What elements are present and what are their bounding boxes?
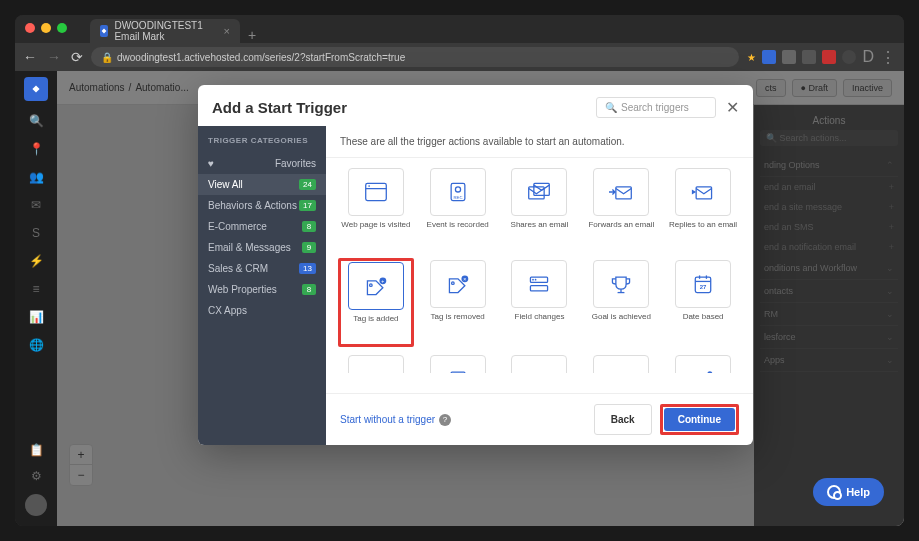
search-icon[interactable]: 🔍 — [28, 113, 44, 129]
svg-point-36 — [707, 372, 712, 374]
continue-button[interactable]: Continue — [664, 408, 735, 431]
start-without-trigger-link[interactable]: Start without a trigger ? — [340, 414, 451, 426]
svg-text:27: 27 — [700, 284, 707, 290]
lists-icon[interactable]: ≡ — [28, 281, 44, 297]
trigger-web-page[interactable]: Web page is visited — [338, 166, 414, 252]
svg-text:+: + — [381, 278, 384, 284]
help-button[interactable]: Help — [813, 478, 884, 506]
trigger-shares-email[interactable]: Shares an email — [502, 166, 578, 252]
app-sidebar: 🔍 📍 👥 ✉ S ⚡ ≡ 📊 🌐 📋 ⚙ — [15, 71, 57, 526]
svg-point-13 — [451, 282, 454, 285]
date-icon: 27 — [689, 272, 717, 296]
cart2-icon — [689, 367, 717, 373]
email-icon[interactable]: ✉ — [28, 197, 44, 213]
trigger-tag-added[interactable]: + Tag is added — [338, 258, 414, 348]
search-icon: 🔍 — [605, 102, 617, 113]
tab-close-icon[interactable]: × — [224, 25, 230, 37]
clipboard-icon[interactable]: 📋 — [28, 442, 44, 458]
trigger-partial-4[interactable] — [583, 353, 659, 373]
location-icon[interactable]: 📍 — [28, 141, 44, 157]
app-logo[interactable] — [24, 77, 48, 101]
category-cxapps[interactable]: CX Apps — [198, 300, 326, 321]
svg-point-2 — [368, 185, 370, 187]
tag-remove-icon: × — [444, 272, 472, 296]
trigger-event-recorded[interactable]: REC Event is recorded — [420, 166, 496, 252]
trigger-tag-removed[interactable]: × Tag is removed — [420, 258, 496, 348]
nav-forward-icon[interactable]: → — [47, 49, 61, 65]
trigger-field-changes[interactable]: Field changes — [502, 258, 578, 348]
rss-icon — [362, 367, 390, 373]
window-maximize[interactable] — [57, 23, 67, 33]
category-email[interactable]: Email & Messages 9 — [198, 237, 326, 258]
ext-icon-5[interactable] — [842, 50, 856, 64]
window-minimize[interactable] — [41, 23, 51, 33]
close-icon[interactable]: ✕ — [726, 98, 739, 117]
trigger-replies-email[interactable]: Replies to an email — [665, 166, 741, 252]
browser-tab[interactable]: DWOODINGTEST1 Email Mark × — [90, 19, 240, 43]
trigger-partial-2[interactable] — [420, 353, 496, 373]
cart-icon — [607, 367, 635, 373]
settings-icon[interactable]: ⚙ — [28, 468, 44, 484]
ext-icon-2[interactable] — [782, 50, 796, 64]
nav-reload-icon[interactable]: ⟳ — [71, 49, 83, 65]
field-icon — [525, 272, 553, 296]
tab-favicon — [100, 25, 108, 37]
form-icon — [444, 367, 472, 373]
reply-email-icon — [689, 180, 717, 204]
ext-icon-4[interactable] — [822, 50, 836, 64]
trigger-partial-1[interactable] — [338, 353, 414, 373]
goal-icon — [607, 272, 635, 296]
continue-highlight: Continue — [660, 404, 739, 435]
trigger-partial-5[interactable] — [665, 353, 741, 373]
avatar-icon[interactable]: D — [862, 48, 874, 66]
category-web[interactable]: Web Properties 8 — [198, 279, 326, 300]
url-input[interactable]: 🔒 dwoodingtest1.activehosted.com/series/… — [91, 47, 739, 67]
nav-back-icon[interactable]: ← — [23, 49, 37, 65]
user-avatar[interactable] — [25, 494, 47, 516]
url-text: dwoodingtest1.activehosted.com/series/2?… — [117, 52, 405, 63]
site-icon[interactable]: 🌐 — [28, 337, 44, 353]
trigger-partial-3[interactable] — [502, 353, 578, 373]
contacts-icon[interactable]: 👥 — [28, 169, 44, 185]
back-button[interactable]: Back — [594, 404, 652, 435]
modal-title: Add a Start Trigger — [212, 99, 347, 116]
gauge-icon — [525, 367, 553, 373]
reports-icon[interactable]: 📊 — [28, 309, 44, 325]
category-sidebar: TRIGGER CATEGORIES ♥ Favorites View All … — [198, 126, 326, 445]
ext-icon-3[interactable] — [802, 50, 816, 64]
svg-point-4 — [455, 187, 460, 192]
menu-icon[interactable]: ⋮ — [880, 48, 896, 67]
info-icon: ? — [439, 414, 451, 426]
svg-rect-6 — [529, 187, 544, 199]
svg-point-10 — [369, 284, 372, 287]
trigger-forwards-email[interactable]: Forwards an email — [583, 166, 659, 252]
new-tab-button[interactable]: + — [240, 27, 264, 43]
category-behaviors[interactable]: Behaviors & Actions 17 — [198, 195, 326, 216]
svg-rect-8 — [616, 187, 631, 199]
record-icon: REC — [444, 180, 472, 204]
svg-text:REC: REC — [453, 195, 462, 200]
svg-text:×: × — [463, 276, 466, 282]
window-close[interactable] — [25, 23, 35, 33]
trigger-goal-achieved[interactable]: Goal is achieved — [583, 258, 659, 348]
categories-header: TRIGGER CATEGORIES — [198, 136, 326, 153]
svg-rect-28 — [451, 372, 465, 373]
category-favorites[interactable]: ♥ Favorites — [198, 153, 326, 174]
trigger-date-based[interactable]: 27 Date based — [665, 258, 741, 348]
ext-icon-1[interactable] — [762, 50, 776, 64]
svg-rect-9 — [696, 187, 711, 199]
forward-email-icon — [607, 180, 635, 204]
category-ecommerce[interactable]: E-Commerce 8 — [198, 216, 326, 237]
webpage-icon — [362, 180, 390, 204]
category-view-all[interactable]: View All 24 — [198, 174, 326, 195]
triggers-description: These are all the trigger actions availa… — [326, 126, 753, 158]
heart-icon: ♥ — [208, 158, 214, 169]
svg-point-18 — [533, 279, 535, 281]
automations-icon[interactable]: ⚡ — [28, 253, 44, 269]
svg-rect-17 — [531, 285, 548, 290]
deals-icon[interactable]: S — [28, 225, 44, 241]
svg-point-19 — [535, 279, 537, 281]
trigger-search[interactable]: 🔍 Search triggers — [596, 97, 716, 118]
ext-icon[interactable]: ★ — [747, 52, 756, 63]
category-sales[interactable]: Sales & CRM 13 — [198, 258, 326, 279]
